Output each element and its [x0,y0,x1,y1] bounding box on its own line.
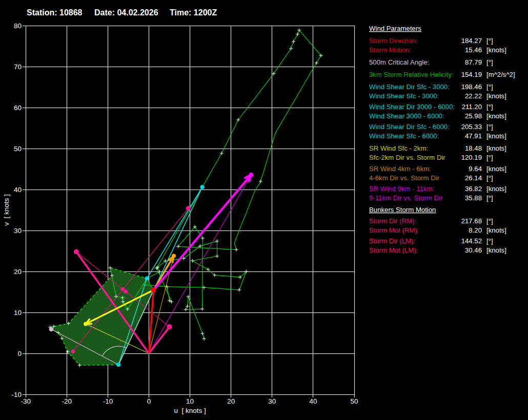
svg-text:40: 40 [14,186,22,194]
svg-text:[knots]: [knots] [486,112,506,120]
svg-text:[°]: [°] [486,174,493,182]
svg-text:Storm Dir (RM):: Storm Dir (RM): [369,217,416,225]
svg-text:25.98: 25.98 [465,112,482,120]
svg-text:[°]: [°] [486,194,493,202]
svg-text:[knots]: [knots] [486,46,506,54]
svg-text:Storm Direction:: Storm Direction: [369,37,418,45]
svg-text:500m Critical Angle:: 500m Critical Angle: [369,58,429,66]
svg-text:-20: -20 [62,397,72,405]
svg-text:154.19: 154.19 [461,71,482,78]
svg-text:50: 50 [14,145,22,153]
svg-text:60: 60 [14,104,22,112]
svg-text:[knots]: [knots] [486,132,506,140]
svg-text:Bunkers Storm Motion: Bunkers Storm Motion [369,206,436,214]
svg-text:v [ knots ]: v [ knots ] [3,194,10,226]
svg-text:50: 50 [350,397,358,405]
svg-text:9.64: 9.64 [469,165,482,173]
svg-text:47.91: 47.91 [465,132,482,140]
svg-text:3km Storm Relative Helicity:: 3km Storm Relative Helicity: [369,71,454,78]
svg-text:8.20: 8.20 [469,226,482,234]
svg-text:SR Wind 4km - 6km:: SR Wind 4km - 6km: [369,165,431,173]
svg-text:80: 80 [14,22,22,30]
svg-text:-10: -10 [103,397,113,405]
svg-text:205.33: 205.33 [461,123,482,131]
svg-text:20: 20 [227,397,235,405]
svg-text:[°]: [°] [486,154,493,161]
svg-text:[knots]: [knots] [486,144,506,152]
svg-text:[knots]: [knots] [486,92,506,100]
svg-text:Wind Shear Dir 3000 - 6000:: Wind Shear Dir 3000 - 6000: [369,103,455,111]
svg-text:184.27: 184.27 [461,37,482,45]
svg-text:30: 30 [268,397,276,405]
svg-text:30.46: 30.46 [465,246,482,254]
svg-text:87.79: 87.79 [465,58,482,66]
svg-text:40: 40 [309,397,317,405]
svg-text:144.52: 144.52 [461,237,482,245]
svg-text:-10: -10 [11,391,22,398]
svg-text:Station: 10868: Station: 10868 [27,8,83,17]
svg-text:18.48: 18.48 [465,144,482,152]
svg-text:0: 0 [147,397,151,405]
svg-text:Wind Shear Sfc - 3000:: Wind Shear Sfc - 3000: [369,92,439,100]
svg-text:SR Wind 9km - 11km:: SR Wind 9km - 11km: [369,185,434,193]
svg-text:Storm Dir (LM):: Storm Dir (LM): [369,237,415,245]
svg-text:30: 30 [14,227,22,235]
svg-text:[°]: [°] [486,237,493,245]
svg-text:Time: 1200Z: Time: 1200Z [170,8,217,17]
svg-text:u [ knots ]: u [ knots ] [174,407,206,414]
svg-text:Wind Shear Dir Sfc - 3000:: Wind Shear Dir Sfc - 3000: [369,83,450,91]
svg-text:36.82: 36.82 [465,185,482,193]
svg-text:[knots]: [knots] [486,246,506,254]
svg-text:Storm Mot (RM):: Storm Mot (RM): [369,226,419,234]
svg-text:10: 10 [186,397,194,405]
svg-text:35.88: 35.88 [465,194,482,202]
svg-text:26.14: 26.14 [465,174,482,182]
svg-text:70: 70 [14,63,22,71]
svg-text:Wind Parameters: Wind Parameters [369,25,421,32]
svg-text:[knots]: [knots] [486,185,506,193]
svg-text:Storm Mot (LM):: Storm Mot (LM): [369,246,418,254]
svg-text:Date: 04.02.2026: Date: 04.02.2026 [94,8,158,17]
svg-text:[°]: [°] [486,37,493,45]
svg-text:9-11km Dir vs. Storm Dir: 9-11km Dir vs. Storm Dir [369,194,443,202]
svg-text:0: 0 [17,350,22,358]
svg-text:198.46: 198.46 [461,83,482,91]
svg-text:SR Wind Sfc - 2km:: SR Wind Sfc - 2km: [369,144,428,152]
svg-text:4-6km Dir vs. Storm Dir: 4-6km Dir vs. Storm Dir [369,174,440,182]
svg-text:22.22: 22.22 [465,92,482,100]
svg-text:20: 20 [14,268,22,276]
svg-text:Wind Shear Dir Sfc - 6000:: Wind Shear Dir Sfc - 6000: [369,123,450,131]
svg-text:217.68: 217.68 [461,217,482,225]
svg-text:[knots]: [knots] [486,165,506,173]
svg-text:[°]: [°] [486,103,493,111]
svg-text:-30: -30 [21,397,31,405]
svg-text:Storm Motion:: Storm Motion: [369,46,411,54]
svg-text:15.46: 15.46 [465,46,482,54]
svg-text:[knots]: [knots] [486,226,506,234]
svg-text:[°]: [°] [486,123,493,131]
svg-text:Sfc-2km Dir vs. Storm Dir: Sfc-2km Dir vs. Storm Dir [369,154,445,161]
svg-text:120.19: 120.19 [461,154,482,161]
svg-text:Wind Shear Sfc - 6000:: Wind Shear Sfc - 6000: [369,132,439,140]
svg-text:10: 10 [14,309,22,317]
svg-text:[°]: [°] [486,58,493,66]
svg-text:[°]: [°] [486,83,493,91]
svg-text:Wind Shear 3000 - 6000:: Wind Shear 3000 - 6000: [369,112,444,120]
svg-text:[m^2/s^2]: [m^2/s^2] [486,71,515,78]
svg-text:[°]: [°] [486,217,493,225]
svg-text:211.20: 211.20 [462,103,482,111]
